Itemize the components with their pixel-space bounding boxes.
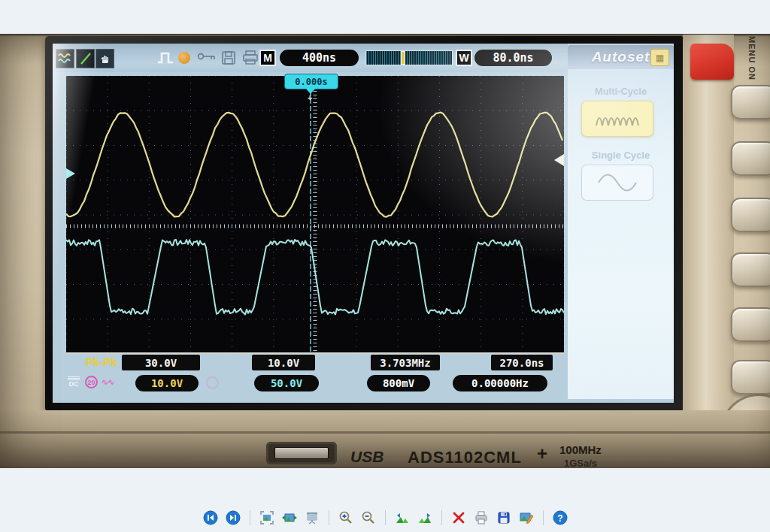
oscilloscope-photo: M 400ns W 80.0ns 0.000s + Autoset ▦ Mult…	[0, 34, 770, 468]
save-icon	[496, 510, 511, 525]
separator	[250, 510, 250, 525]
graticule-area	[66, 76, 564, 354]
measure-rise: 270.0ns	[491, 355, 553, 370]
ch1-scale: 10.0V	[135, 375, 199, 391]
fit-width-icon	[282, 510, 297, 525]
measure-pkpk-ch1: 30.0V	[122, 355, 200, 370]
image-viewer-window: M 400ns W 80.0ns 0.000s + Autoset ▦ Mult…	[0, 0, 770, 532]
rotate-left-button[interactable]	[394, 509, 411, 526]
frequency-counter: 0.00000Hz	[453, 375, 547, 391]
delete-icon	[451, 510, 466, 525]
menu-onoff-label: MENU ON	[747, 36, 756, 80]
autoset-multicycle-button[interactable]	[581, 101, 653, 137]
panel-seam	[0, 431, 770, 434]
window-position-marker[interactable]	[401, 51, 405, 65]
slideshow-button[interactable]	[304, 509, 320, 526]
rotate-right-button[interactable]	[417, 509, 433, 526]
menu-softkey-f2[interactable]	[731, 141, 770, 176]
edit-button[interactable]	[518, 509, 535, 526]
window-timebase-value: 80.0ns	[474, 50, 552, 66]
zoom-in-icon	[338, 510, 353, 525]
fit-window-button[interactable]	[259, 509, 275, 526]
red-panel-button[interactable]	[690, 44, 734, 80]
next-icon	[226, 510, 241, 525]
zoom-in-button[interactable]	[338, 509, 354, 526]
ch2-scale: 50.0V	[254, 375, 319, 391]
viewer-toolbar: ?	[0, 508, 770, 527]
help-icon: ?	[553, 510, 568, 525]
waveform-plot	[66, 76, 564, 354]
divider	[66, 352, 564, 354]
slideshow-icon	[305, 510, 320, 525]
waveform-position-bar[interactable]	[365, 50, 453, 65]
menu-softkey-f4[interactable]	[731, 252, 770, 287]
pulse-icon	[156, 50, 174, 68]
main-timebase-badge: M	[259, 50, 276, 66]
multi-cycle-sine-icon	[594, 108, 641, 129]
edit-icon	[519, 510, 534, 525]
channel1-status-icons: DC 20 ∿∿	[66, 376, 114, 388]
measure-label: Pk-Pk	[86, 355, 117, 368]
print-button[interactable]	[473, 509, 490, 526]
dc-coupling-icon: DC	[66, 376, 81, 388]
fit-width-button[interactable]	[281, 509, 298, 526]
rotate-left-icon	[395, 510, 410, 525]
menu-softkey-f6[interactable]	[731, 360, 770, 394]
autoset-item-label: Multi-Cycle	[568, 86, 674, 97]
single-cycle-sine-icon	[594, 171, 641, 194]
bandwidth-label: 100MHz	[559, 443, 602, 456]
front-panel-ridge	[683, 35, 734, 468]
window-timebase-badge: W	[456, 50, 472, 66]
record-dot-icon	[178, 52, 190, 64]
autoset-singlecycle-button[interactable]	[581, 165, 653, 201]
autoset-item-label: Single Cycle	[568, 150, 674, 161]
autoset-menu-panel: Autoset ▦ Multi-Cycle Single Cycle	[568, 44, 674, 399]
model-label: ADS1102CML	[408, 448, 522, 467]
print-icon	[242, 50, 259, 68]
slope-icon	[76, 49, 95, 68]
main-timebase-value: 400ns	[280, 50, 359, 66]
rotate-right-icon	[417, 510, 432, 525]
hand-icon	[95, 49, 114, 68]
measure-freq: 3.703MHz	[371, 355, 440, 370]
next-button[interactable]	[225, 509, 241, 526]
separator	[543, 510, 544, 525]
lcd-screen: M 400ns W 80.0ns 0.000s + Autoset ▦ Mult…	[53, 44, 674, 403]
usb-port	[266, 442, 337, 464]
sample-rate-label: 1GSa/s	[564, 458, 597, 468]
trigger-cross-icon: +	[308, 93, 312, 102]
separator	[385, 510, 386, 525]
save-icon	[221, 50, 236, 68]
front-panel-lower: USB ADS1102CML + 100MHz 1GSa/s	[0, 410, 770, 468]
menu-softkey-f3[interactable]	[731, 198, 770, 232]
ch2-status-icon	[206, 376, 219, 389]
separator	[329, 510, 329, 525]
fit-window-icon	[259, 510, 274, 525]
filter-wave-icon: ∿∿	[102, 377, 114, 387]
trigger-level-value: 800mV	[367, 375, 430, 391]
print-icon	[474, 510, 489, 525]
previous-button[interactable]	[202, 509, 219, 526]
previous-icon	[203, 510, 218, 525]
zoom-out-button[interactable]	[360, 509, 377, 526]
bandwidth-limit-icon: 20	[85, 376, 98, 388]
menu-page-icon: ▦	[650, 49, 669, 66]
menu-softkey-f5[interactable]	[731, 307, 770, 342]
trigger-position-flag[interactable]: 0.000s	[284, 74, 338, 89]
separator	[441, 510, 442, 525]
menu-softkey-f1[interactable]	[731, 85, 770, 119]
delete-button[interactable]	[450, 509, 467, 526]
save-button[interactable]	[496, 509, 512, 526]
svg-text:?: ?	[557, 513, 562, 524]
key-icon	[197, 50, 217, 65]
usb-label: USB	[350, 448, 383, 466]
channel-waves-icon	[56, 49, 74, 68]
model-plus-label: +	[537, 443, 547, 464]
help-button[interactable]: ?	[552, 509, 568, 526]
measure-pkpk-ch2: 10.0V	[252, 355, 315, 370]
zoom-out-icon	[361, 510, 376, 525]
